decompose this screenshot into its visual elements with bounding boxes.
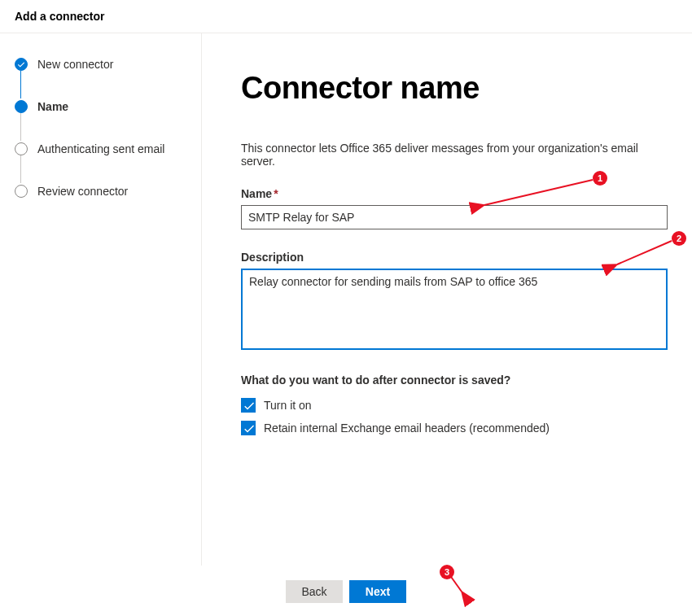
main-content: Connector name This connector lets Offic… [202, 33, 692, 566]
retain-headers-row: Retain internal Exchange email headers (… [241, 421, 668, 435]
page-title: Connector name [241, 71, 668, 106]
required-asterisk: * [274, 187, 278, 200]
footer-buttons: Back Next [0, 567, 692, 616]
current-step-dot-icon [15, 100, 28, 113]
step-connector-line [20, 71, 21, 98]
checkmark-icon [243, 400, 254, 411]
after-save-question: What do you want to do after connector i… [241, 374, 668, 387]
description-label: Description [241, 251, 668, 264]
step-label: Authenticating sent email [37, 142, 164, 155]
step-connector-line [20, 155, 21, 183]
turn-it-on-row: Turn it on [241, 398, 668, 413]
body: New connector Name Authenticating sent e… [0, 33, 692, 566]
step-name[interactable]: Name [15, 97, 186, 116]
description-field-group: Description Relay connector for sending … [241, 251, 668, 352]
panel-title: Add a connector [15, 10, 677, 23]
name-input[interactable] [241, 205, 668, 229]
turn-it-on-checkbox[interactable] [241, 398, 256, 413]
retain-headers-checkbox[interactable] [241, 421, 256, 435]
step-review[interactable]: Review connector [15, 181, 186, 201]
step-label: Review connector [37, 185, 128, 198]
name-field-group: Name* [241, 187, 668, 229]
intro-text: This connector lets Office 365 deliver m… [241, 142, 668, 168]
name-label: Name* [241, 187, 668, 200]
checkmark-icon [15, 58, 28, 71]
step-label: Name [37, 100, 68, 113]
retain-headers-label: Retain internal Exchange email headers (… [264, 422, 550, 435]
wizard-steps-sidebar: New connector Name Authenticating sent e… [0, 33, 202, 566]
description-input[interactable]: Relay connector for sending mails from S… [241, 269, 668, 350]
pending-step-dot-icon [15, 185, 28, 198]
back-button[interactable]: Back [286, 580, 343, 603]
name-label-text: Name [241, 187, 272, 200]
checkmark-icon [243, 423, 254, 434]
step-connector-line [20, 113, 21, 141]
step-label: New connector [37, 58, 113, 71]
step-authenticating[interactable]: Authenticating sent email [15, 139, 186, 159]
next-button[interactable]: Next [349, 580, 406, 603]
step-new-connector[interactable]: New connector [15, 55, 186, 74]
panel-header: Add a connector [0, 0, 692, 33]
turn-it-on-label: Turn it on [264, 399, 312, 412]
pending-step-dot-icon [15, 142, 28, 155]
